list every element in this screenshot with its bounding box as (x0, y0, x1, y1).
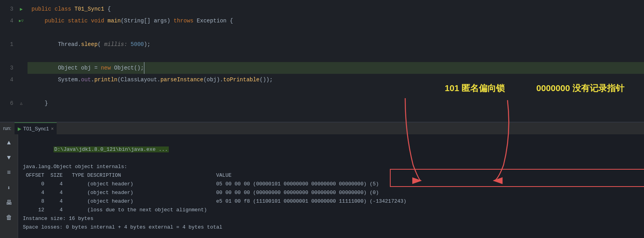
annotation-text-1: 101 匿名偏向锁 (445, 82, 505, 94)
panel-tab-t01[interactable]: ▶ T01_Sync1 × (15, 123, 57, 134)
tab-run-icon: ▶ (18, 126, 21, 132)
code-area: public class T01_Sync1 { public static v… (28, 0, 644, 122)
console-line-row4: 12 4 (loss due to the next object alignm… (23, 206, 639, 214)
bottom-panel: run: ▶ T01_Sync1 × ▲ ▼ ≡ ⬇ 🖶 🗑 (0, 122, 644, 238)
console-line-header: OFFSET SIZE TYPE DESCRIPTION VALUE (23, 171, 639, 180)
code-line-4: Thread.sleep( millis: 5000); (28, 38, 644, 50)
console-output: D:\Java\jdk1.8.0_121\bin\java.exe ... ja… (18, 134, 644, 238)
tab-close-btn[interactable]: × (51, 126, 54, 132)
code-line-9: } (28, 97, 644, 109)
panel-body: ▲ ▼ ≡ ⬇ 🖶 🗑 D:\Java\jdk1.8.0_121\bin\jav… (0, 134, 644, 238)
gutter: ▶ ▶▽ △ (15, 0, 28, 122)
gutter-fold[interactable]: △ (15, 97, 28, 109)
sort-btn[interactable]: ⬇ (4, 182, 15, 193)
run-label: run: (3, 126, 15, 131)
console-line-row3: 8 4 (object header) e5 01 00 f8 (1110010… (23, 197, 639, 206)
console-line-size: Instance size: 16 bytes (23, 214, 639, 223)
print-btn[interactable]: 🖶 (4, 197, 15, 208)
ide-window: 3 4 1 3 4 6 ▶ ▶▽ △ public cl (0, 0, 644, 238)
console-line-2: java.lang.Object object internals: (23, 163, 639, 171)
gutter-run-2[interactable]: ▶▽ (15, 15, 28, 27)
line-numbers: 3 4 1 3 4 6 (0, 0, 15, 122)
code-line-5 (28, 50, 644, 62)
annotation-overlay: 101 匿名偏向锁 0000000 没有记录指针 (445, 82, 624, 94)
console-line-cmd: D:\Java\jdk1.8.0_121\bin\java.exe ... (23, 137, 169, 163)
panel-sidebar: ▲ ▼ ≡ ⬇ 🖶 🗑 (0, 134, 18, 238)
annotation-text-2: 0000000 没有记录指针 (536, 82, 624, 94)
code-line-3 (28, 27, 644, 38)
console-line-space: Space losses: 0 bytes internal + 4 bytes… (23, 223, 639, 232)
code-line-6: Object obj = new Object(); (28, 62, 644, 74)
scroll-up-btn[interactable]: ▲ (4, 137, 15, 148)
delete-btn[interactable]: 🗑 (4, 212, 15, 223)
code-line-2: public static void main(String[] args) t… (28, 15, 644, 27)
gutter-run-1[interactable]: ▶ (15, 3, 28, 15)
scroll-down-btn[interactable]: ▼ (4, 152, 15, 163)
console-line-row2: 4 4 (object header) 00 00 00 00 (0000000… (23, 189, 639, 197)
console-line-row1: 0 4 (object header) 05 00 00 00 (0000010… (23, 180, 639, 189)
tab-filename: T01_Sync1 (23, 126, 49, 132)
editor-area: 3 4 1 3 4 6 ▶ ▶▽ △ public cl (0, 0, 644, 122)
gutter-current-line (15, 62, 28, 74)
wrap-btn[interactable]: ≡ (4, 167, 15, 178)
panel-tabs: run: ▶ T01_Sync1 × (0, 123, 644, 134)
code-line-1: public class T01_Sync1 { (28, 3, 644, 15)
